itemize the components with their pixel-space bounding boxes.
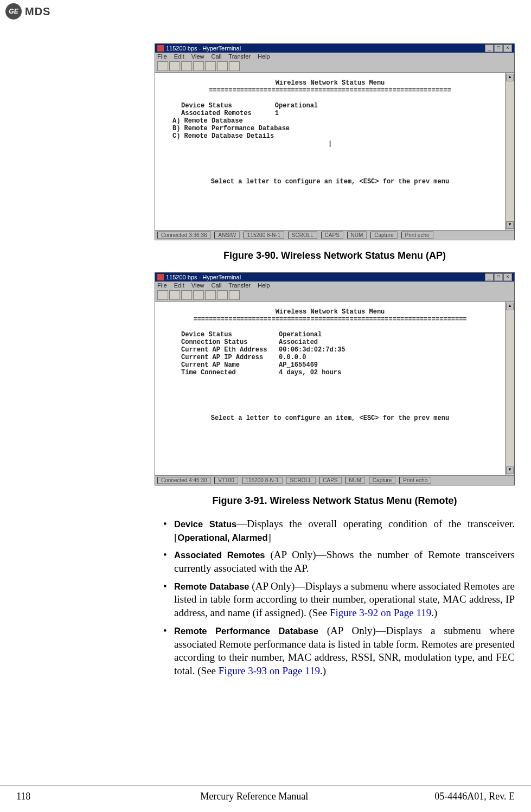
- status-cell: SCROLL: [286, 477, 315, 484]
- terminal-menubar: File Edit View Call Transfer Help: [155, 53, 514, 60]
- toolbar-button: [217, 290, 228, 300]
- scrollbar: ▲ ▼: [505, 302, 514, 475]
- label: Current AP IP Address: [181, 354, 263, 361]
- status-cell: 115200 8-N-1: [242, 477, 283, 484]
- toolbar-button: [205, 61, 216, 71]
- terminal-menubar: File Edit View Call Transfer Help: [155, 282, 514, 289]
- status-cell: NUM: [345, 477, 365, 484]
- window-title: 115200 bps - HyperTerminal: [166, 45, 241, 52]
- maximize-icon: □: [494, 273, 503, 281]
- window-title: 115200 bps - HyperTerminal: [166, 274, 241, 280]
- status-cell: Capture: [370, 232, 398, 239]
- toolbar-button: [169, 61, 180, 71]
- page-number: 118: [16, 791, 30, 802]
- cross-reference[interactable]: Figure 3-93 on Page 119: [219, 665, 320, 676]
- header-logo: GE MDS: [5, 3, 50, 20]
- status-cell: NUM: [347, 232, 367, 239]
- menu-edit: Edit: [174, 53, 184, 60]
- status-cell: Connected 3:36:36: [157, 232, 211, 239]
- menu-call: Call: [212, 282, 222, 289]
- menu-help: Help: [258, 53, 270, 60]
- value: AP_1655469: [279, 361, 318, 369]
- menu-view: View: [191, 282, 204, 289]
- scroll-down-icon: ▼: [506, 466, 514, 474]
- toolbar-button: [205, 290, 216, 300]
- param-label: Remote Database: [174, 581, 249, 591]
- terminal-statusbar: Connected 4:45:30 VT100 115200 8-N-1 SCR…: [155, 475, 514, 485]
- bullet-item: Remote Database (AP Only)—Displays a sub…: [174, 580, 515, 620]
- scroll-down-icon: ▼: [506, 221, 514, 229]
- param-values: Operational, Alarmed: [177, 533, 267, 542]
- status-cell: SCROLL: [288, 232, 317, 239]
- label: Device Status: [181, 102, 232, 110]
- menu-file: File: [157, 282, 167, 289]
- menu-item: C) Remote Database Details: [159, 132, 501, 140]
- status-cell: Connected 4:45:30: [157, 477, 211, 484]
- status-row: Device Status Operational: [159, 102, 501, 110]
- status-cell: CAPS: [319, 477, 341, 484]
- bullet-list: Device Status—Displays the overall opera…: [155, 517, 515, 678]
- figure-caption-2: Figure 3-91. Wireless Network Status Men…: [155, 495, 515, 507]
- terminal-window-remote: 115200 bps - HyperTerminal _ □ × File Ed…: [155, 272, 515, 485]
- menu-transfer: Transfer: [228, 53, 251, 60]
- minimize-icon: _: [485, 44, 494, 52]
- cursor: |: [159, 140, 501, 148]
- app-icon: [157, 45, 164, 52]
- cross-reference[interactable]: Figure 3-92 on Page 119: [330, 607, 431, 618]
- terminal-toolbar: [155, 60, 514, 73]
- bullet-item: Device Status—Displays the overall opera…: [174, 517, 515, 544]
- status-row: Associated Remotes 1: [159, 110, 501, 117]
- scroll-up-icon: ▲: [506, 303, 514, 310]
- text: ]: [268, 532, 271, 543]
- toolbar-button: [157, 290, 168, 300]
- terminal-body: Wireless Network Status Menu ===========…: [155, 302, 505, 475]
- value: Operational: [279, 331, 322, 338]
- window-controls: _ □ ×: [485, 273, 512, 281]
- label: Device Status: [181, 331, 232, 338]
- status-cell: Print echo: [401, 232, 433, 239]
- close-icon: ×: [503, 44, 512, 52]
- terminal-titlebar: 115200 bps - HyperTerminal _ □ ×: [155, 44, 514, 53]
- menu-item: B) Remote Performance Database: [159, 125, 501, 132]
- menu-edit: Edit: [174, 282, 184, 289]
- scroll-up-icon: ▲: [506, 74, 514, 81]
- ge-logo-icon: GE: [5, 3, 22, 20]
- status-cell: CAPS: [321, 232, 343, 239]
- toolbar-button: [157, 61, 168, 71]
- screen-prompt: Select a letter to configure an item, <E…: [159, 414, 501, 422]
- menu-file: File: [157, 53, 167, 60]
- status-cell: VT100: [214, 477, 238, 484]
- minimize-icon: _: [485, 273, 494, 281]
- label: Time Connected: [181, 369, 236, 376]
- brand-text: MDS: [25, 5, 50, 18]
- toolbar-button: [217, 61, 228, 71]
- window-controls: _ □ ×: [485, 44, 512, 52]
- terminal-body: Wireless Network Status Menu ===========…: [155, 73, 505, 230]
- toolbar-button: [181, 61, 192, 71]
- bullet-item: Associated Remotes (AP Only)—Shows the n…: [174, 548, 515, 575]
- status-cell: 115200 8-N-1: [244, 232, 284, 239]
- label: Current AP Name: [181, 361, 240, 369]
- toolbar-button: [193, 61, 204, 71]
- app-icon: [157, 274, 164, 280]
- param-label: Associated Remotes: [174, 550, 265, 560]
- menu-transfer: Transfer: [228, 282, 251, 289]
- status-row: Current AP IP Address 0.0.0.0: [159, 354, 501, 361]
- status-cell: Print echo: [399, 477, 431, 484]
- close-icon: ×: [503, 273, 512, 281]
- page-footer: 118 Mercury Reference Manual 05-4446A01,…: [0, 785, 531, 802]
- status-row: Connection Status Associated: [159, 338, 501, 346]
- screen-heading: Wireless Network Status Menu: [159, 308, 501, 316]
- scrollbar: ▲ ▼: [505, 73, 514, 230]
- status-row: Current AP Name AP_1655469: [159, 361, 501, 369]
- screen-heading: Wireless Network Status Menu: [159, 79, 501, 87]
- value: Operational: [275, 102, 318, 110]
- divider: ========================================…: [159, 316, 501, 323]
- value: 1: [275, 110, 279, 117]
- label: Associated Remotes: [181, 110, 252, 117]
- figure-caption-1: Figure 3-90. Wireless Network Status Men…: [155, 250, 515, 261]
- menu-view: View: [191, 53, 204, 60]
- value: 0.0.0.0: [279, 354, 306, 361]
- label: Connection Status: [181, 338, 247, 346]
- param-label: Remote Performance Database: [174, 626, 318, 636]
